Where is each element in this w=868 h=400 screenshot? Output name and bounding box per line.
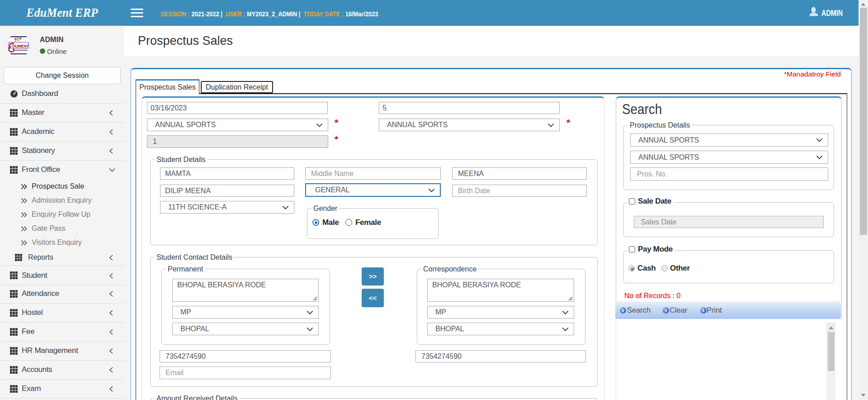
svg-text:DUMENT: DUMENT [12,44,29,48]
